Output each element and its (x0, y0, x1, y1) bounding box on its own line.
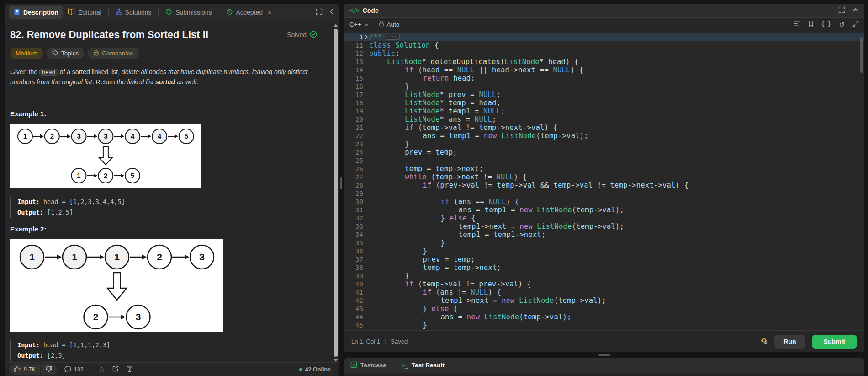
close-tab-icon[interactable]: × (268, 9, 271, 16)
code-line-32[interactable]: 32 } else { (344, 214, 864, 222)
like-button[interactable]: 9.7K (9, 364, 40, 375)
difficulty-badge[interactable]: Medium (10, 48, 43, 59)
submit-button[interactable]: Submit (812, 335, 857, 349)
code-line-33[interactable]: 33 temp1->next = new ListNode(temp->val)… (344, 222, 864, 231)
code-line-44[interactable]: 44 ans = new ListNode(temp->val); (344, 313, 864, 321)
scrollbar-thumb[interactable] (334, 29, 338, 357)
code-line-41[interactable]: 41 if (ans != NULL) { (344, 288, 864, 296)
code-line-18[interactable]: 18 ListNode* temp = head; (344, 99, 864, 107)
tab-submissions[interactable]: Submissions (161, 6, 216, 19)
code-line-35[interactable]: 35 } (344, 239, 864, 247)
code-line-15[interactable]: 15 return head; (344, 74, 864, 82)
code-panel-header: </> Code (344, 4, 864, 18)
language-select[interactable]: C++ (349, 21, 369, 28)
code-line-37[interactable]: 37 prev = temp; (344, 255, 864, 263)
star-icon[interactable]: ☆ (99, 366, 105, 373)
code-editor[interactable]: 1/**···11class Solution {12public:13 Lis… (344, 31, 864, 331)
leetcode-app: Description Editorial Solutions Submissi… (0, 0, 868, 376)
code-line-21[interactable]: 21 if (temp->val != temp->next->val) { (344, 124, 864, 132)
code-line-43[interactable]: 43 } else { (344, 305, 864, 313)
code-text: temp = temp->next; (369, 263, 501, 272)
help-icon[interactable] (126, 365, 133, 374)
testcase-panel: Testcase >_ Test Result (344, 358, 864, 376)
editor-scrollbar-thumb[interactable] (860, 37, 863, 73)
collapse-left-icon[interactable] (329, 8, 334, 16)
reset-code-icon[interactable]: ↺ (839, 21, 845, 28)
scroll-down-arrow-icon[interactable] (333, 359, 338, 362)
code-text: prev = temp; (369, 148, 457, 156)
code-line-24[interactable]: 24 prev = temp; (344, 148, 864, 156)
chevron-down-icon (364, 21, 369, 28)
line-number: 45 (344, 321, 363, 329)
bottom-resize-handle[interactable] (598, 354, 610, 356)
input-label: Input: (17, 198, 40, 205)
fold-chevron-icon[interactable] (363, 33, 369, 41)
code-line-34[interactable]: 34 temp1 = temp1->next; (344, 231, 864, 239)
code-line-12[interactable]: 12public: (344, 49, 864, 58)
problem-footer: 9.7K 132 ☆ 42 Online (5, 362, 339, 376)
code-line-30[interactable]: 30 if (ans == NULL) { (344, 198, 864, 206)
auto-toggle[interactable]: Auto (379, 21, 400, 28)
code-text: temp1->next = new ListNode(temp->val); (369, 222, 624, 231)
code-line-19[interactable]: 19 ListNode* temp1 = NULL; (344, 107, 864, 115)
problem-tabbar: Description Editorial Solutions Submissi… (5, 4, 339, 21)
run-button[interactable]: Run (774, 335, 805, 349)
code-line-36[interactable]: 36 } (344, 247, 864, 255)
expand-editor-icon[interactable] (852, 21, 859, 28)
tab-description[interactable]: Description (9, 6, 63, 19)
tab-solutions[interactable]: Solutions (111, 6, 156, 19)
debugger-icon[interactable] (760, 337, 768, 346)
collapse-up-icon[interactable] (852, 6, 859, 15)
svg-text:4: 4 (158, 132, 162, 140)
code-text: if (temp->val != prev->val) { (369, 280, 531, 288)
scroll-up-arrow-icon[interactable] (333, 24, 338, 27)
code-text: ans = new ListNode(temp->val); (369, 313, 572, 321)
bookmark-icon[interactable] (808, 21, 814, 28)
code-text: } (369, 321, 427, 329)
companies-badge[interactable]: Companies (88, 48, 138, 59)
format-code-icon[interactable] (794, 21, 800, 28)
code-line-27[interactable]: 27 while (temp->next != NULL) { (344, 173, 864, 181)
code-line-16[interactable]: 16 } (344, 82, 864, 91)
code-line-17[interactable]: 17 ListNode* prev = NULL; (344, 91, 864, 99)
tab-testcase[interactable]: Testcase (350, 361, 386, 370)
topics-badge[interactable]: Topics (47, 48, 84, 59)
code-line-31[interactable]: 31 ans = temp1 = new ListNode(temp->val)… (344, 206, 864, 214)
share-icon[interactable] (112, 365, 119, 373)
code-line-29[interactable]: 29 (344, 189, 864, 198)
code-line-20[interactable]: 20 ListNode* ans = NULL; (344, 115, 864, 124)
tab-editorial[interactable]: Editorial (63, 6, 106, 19)
code-line-11[interactable]: 11class Solution { (344, 41, 864, 49)
code-line-23[interactable]: 23 } (344, 140, 864, 148)
description-segment: the linked list (116, 78, 155, 86)
svg-text:2: 2 (157, 252, 162, 262)
code-line-40[interactable]: 40 if (temp->val != prev->val) { (344, 280, 864, 288)
example-2-diagram: 1112323 (10, 239, 223, 332)
svg-text:5: 5 (185, 132, 188, 140)
snippets-icon[interactable]: { } (821, 21, 831, 27)
code-line-14[interactable]: 14 if (head == NULL || head->next == NUL… (344, 66, 864, 74)
code-line-39[interactable]: 39 } (344, 272, 864, 280)
code-line-13[interactable]: 13 ListNode* deleteDuplicates(ListNode* … (344, 58, 864, 66)
comments-button[interactable]: 132 (64, 365, 84, 374)
line-number: 37 (344, 255, 363, 263)
code-line-26[interactable]: 26 temp = temp->next; (344, 165, 864, 173)
code-line-1[interactable]: 1/**··· (344, 33, 864, 41)
tab-test-result[interactable]: >_ Test Result (402, 362, 445, 369)
history-clock-icon (226, 8, 233, 16)
panel-resize-handle[interactable] (340, 177, 342, 189)
code-line-38[interactable]: 38 temp = temp->next; (344, 263, 864, 272)
fullscreen-icon[interactable] (316, 8, 323, 17)
left-scrollbar[interactable] (333, 24, 339, 362)
testcase-content (344, 373, 864, 376)
dislike-button[interactable] (41, 364, 57, 375)
code-line-25[interactable]: 25 (344, 156, 864, 165)
code-line-42[interactable]: 42 temp1->next = new ListNode(temp->val)… (344, 296, 864, 305)
tab-accepted[interactable]: Accepted × (222, 6, 276, 19)
solved-check-icon (310, 31, 317, 39)
example-1-label: Example 1: (10, 110, 328, 118)
fullscreen-icon[interactable] (838, 6, 845, 15)
code-line-22[interactable]: 22 ans = temp1 = new ListNode(temp->val)… (344, 132, 864, 140)
code-line-28[interactable]: 28 if (prev->val != temp->val && temp->v… (344, 181, 864, 189)
code-line-45[interactable]: 45 } (344, 321, 864, 329)
